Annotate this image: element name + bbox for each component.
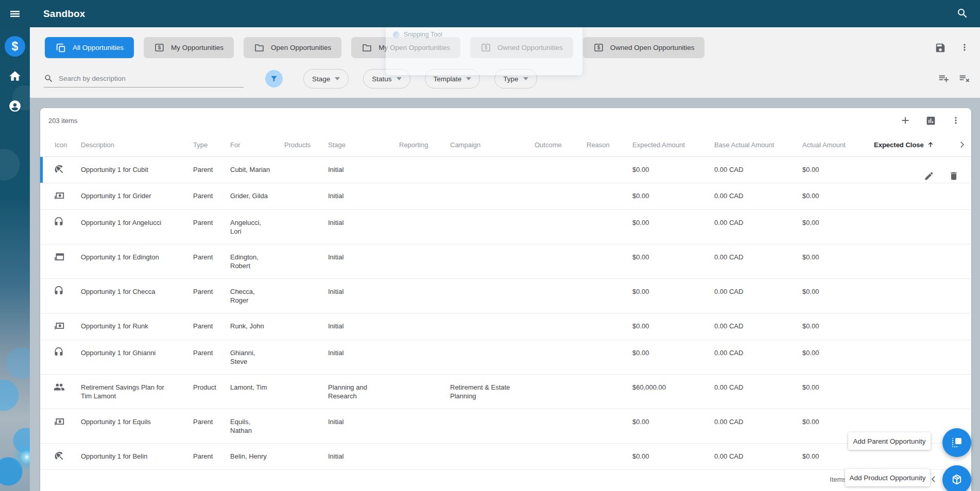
headset-icon	[54, 286, 76, 296]
add-parent-opportunity-fab[interactable]	[942, 428, 971, 457]
filter-dropdown-status[interactable]: Status	[363, 69, 410, 89]
cell-campaign	[450, 313, 535, 330]
chevron-left-icon[interactable]	[929, 475, 938, 484]
delete-icon[interactable]	[949, 171, 959, 181]
rail-items: $	[0, 36, 30, 116]
cell-products	[284, 210, 328, 226]
table-row[interactable]: Opportunity 1 for CubitParentCubit, Mari…	[40, 157, 971, 183]
table-row[interactable]: Opportunity 1 for EquilsParentEquils, Na…	[40, 409, 971, 444]
table-row[interactable]: Opportunity 1 for GriderParentGrider, Gi…	[40, 183, 971, 210]
column-header-type[interactable]: Type	[193, 141, 230, 149]
tab-owned-opportunities[interactable]: $Owned Opportunities	[470, 37, 573, 58]
add-icon[interactable]	[900, 115, 911, 126]
cell-type: Parent	[193, 157, 230, 182]
column-header-actual-amount[interactable]: Actual Amount	[802, 141, 874, 149]
table-row[interactable]: Opportunity 1 for GhianniParentGhianni, …	[40, 340, 971, 375]
column-header-expected-close[interactable]: Expected Close	[874, 141, 953, 149]
chip-label: Stage	[312, 75, 330, 83]
cell-reason	[587, 409, 632, 426]
filter-funnel-button[interactable]	[265, 70, 283, 87]
scroll-columns-right-icon[interactable]	[953, 140, 971, 149]
cell-for: Ghianni, Steve	[230, 340, 284, 374]
tab-all-opportunities[interactable]: All Opportunities	[45, 37, 134, 58]
table-row[interactable]: Retirement Savings Plan for Tim LamontPr…	[40, 375, 971, 409]
edit-icon[interactable]	[924, 171, 934, 181]
dollar-box-icon: $	[593, 42, 604, 53]
column-header-description[interactable]: Description	[81, 141, 193, 149]
table-row[interactable]: Opportunity 1 for CheccaParentChecca, Ro…	[40, 279, 971, 313]
column-header-outcome[interactable]: Outcome	[535, 141, 587, 149]
playlist-add-icon[interactable]	[938, 73, 949, 84]
sort-ascending-icon	[927, 141, 934, 148]
cell-for: Checca, Roger	[230, 279, 284, 313]
column-header-icon[interactable]: Icon	[40, 141, 81, 149]
cell-stage: Initial	[328, 340, 399, 365]
cell-expected-close	[874, 313, 953, 330]
cell-for: Belin, Henry	[230, 444, 284, 469]
money-icon	[54, 190, 76, 201]
tab-label: Open Opportunities	[271, 44, 331, 51]
table-row[interactable]: Opportunity 1 for AngelucciParentAngeluc…	[40, 210, 971, 244]
save-icon[interactable]	[935, 42, 946, 54]
cell-stage: Initial	[328, 183, 399, 208]
column-header-expected-amount[interactable]: Expected Amount	[632, 141, 714, 149]
tab-label: My Open Opportunities	[379, 44, 450, 51]
column-header-reason[interactable]: Reason	[587, 141, 632, 149]
window-card-icon	[54, 251, 76, 262]
rail-item-home[interactable]	[5, 66, 25, 86]
cell-actual-amount: $0.00	[802, 409, 874, 434]
playlist-remove-icon[interactable]	[958, 73, 970, 84]
pagination-bar: Items per page	[40, 467, 971, 491]
column-header-campaign[interactable]: Campaign	[450, 141, 535, 149]
cell-products	[284, 444, 328, 460]
tab-my-opportunities[interactable]: $My Opportunities	[144, 37, 234, 58]
cell-products	[284, 340, 328, 357]
menu-icon[interactable]	[9, 8, 21, 20]
row-icon-cell	[40, 157, 81, 183]
kebab-card-icon[interactable]	[951, 115, 961, 126]
cell-stage: Initial	[328, 409, 399, 434]
cell-campaign	[450, 409, 535, 426]
cell-actual-amount: $0.00	[802, 313, 874, 339]
cell-expected-amount: $60,000.00	[632, 375, 714, 400]
cell-campaign	[450, 157, 535, 173]
cell-reporting	[399, 444, 450, 460]
column-header-base-actual-amount[interactable]: Base Actual Amount	[714, 141, 802, 149]
table-header: IconDescriptionTypeForProductsStageRepor…	[40, 133, 971, 157]
filter-dropdown-type[interactable]: Type	[494, 69, 537, 89]
svg-text:$: $	[158, 45, 161, 50]
tab-my-open-opportunities[interactable]: My Open Opportunities	[351, 37, 460, 58]
column-header-for[interactable]: For	[230, 141, 284, 149]
cell-type: Product	[193, 375, 230, 400]
toolbar-zone: All Opportunities$My OpportunitiesOpen O…	[30, 27, 980, 98]
stack-icon	[55, 42, 66, 54]
filter-dropdown-stage[interactable]: Stage	[303, 69, 349, 89]
filter-dropdown-template[interactable]: Template	[425, 69, 480, 89]
tab-owned-open-opportunities[interactable]: $Owned Open Opportunities	[583, 37, 705, 58]
tab-open-opportunities[interactable]: Open Opportunities	[244, 37, 341, 58]
cell-expected-close	[874, 279, 953, 295]
cell-reason	[587, 157, 632, 173]
cell-campaign: Retirement & Estate Planning	[450, 375, 535, 409]
table-row[interactable]: Opportunity 1 for BelinParentBelin, Henr…	[40, 444, 971, 470]
add-parent-opportunity-tooltip: Add Parent Opportunity	[848, 432, 931, 450]
search-input[interactable]	[59, 75, 229, 82]
cell-outcome	[535, 313, 587, 330]
add-product-opportunity-fab[interactable]	[942, 465, 971, 491]
table-body: Opportunity 1 for CubitParentCubit, Mari…	[40, 157, 971, 470]
rail-item-opportunities[interactable]: $	[5, 36, 25, 57]
table-row[interactable]: Opportunity 1 for EdingtonParentEdington…	[40, 244, 971, 279]
cell-description: Opportunity 1 for Angelucci	[81, 210, 193, 235]
column-header-products[interactable]: Products	[284, 141, 328, 149]
chart-icon[interactable]	[925, 115, 936, 126]
folder-icon	[254, 42, 265, 53]
column-header-reporting[interactable]: Reporting	[399, 141, 450, 149]
cell-reporting	[399, 279, 450, 295]
svg-text:$: $	[597, 45, 600, 50]
table-row[interactable]: Opportunity 1 for RunkParentRunk, JohnIn…	[40, 313, 971, 340]
column-header-stage[interactable]: Stage	[328, 141, 399, 149]
cell-reporting	[399, 210, 450, 226]
search-icon[interactable]	[956, 7, 969, 20]
kebab-menu-icon[interactable]	[959, 42, 970, 54]
rail-item-profile[interactable]	[5, 96, 25, 116]
